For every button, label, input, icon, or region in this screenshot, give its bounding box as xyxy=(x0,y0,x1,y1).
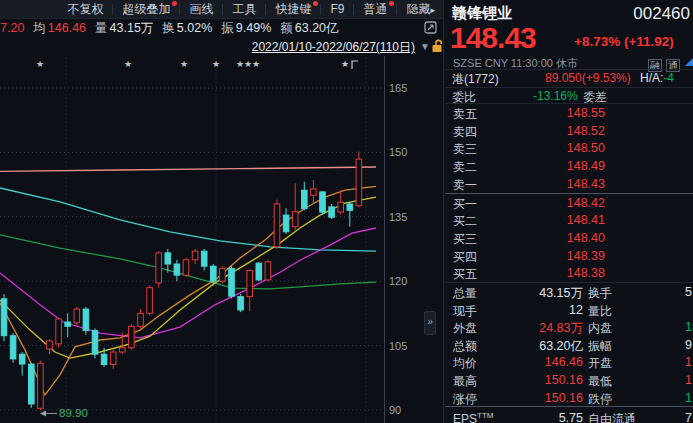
corner-flag-icon[interactable] xyxy=(685,54,693,66)
ask-row-卖三[interactable]: 卖三148.50 xyxy=(445,139,693,157)
stat-row-3: 外盘24.83万内盘18 xyxy=(445,318,693,336)
bid-row-买四[interactable]: 买四148.39 xyxy=(445,247,693,265)
candle-body xyxy=(311,189,317,195)
event-star-icon: ★ xyxy=(236,59,244,69)
stat-value-clipped: 1 xyxy=(685,373,692,387)
weibi-value: -13.16% xyxy=(533,89,578,103)
stat-row-8: EPSTTM5.75自由流通7 xyxy=(445,409,693,423)
notification-dot xyxy=(313,1,318,6)
event-star-icon: ★ xyxy=(124,59,132,69)
ask-row-卖四[interactable]: 卖四148.52 xyxy=(445,122,693,140)
price-change: +8.73% (+11.92) xyxy=(574,34,674,49)
event-star-icon: ★ xyxy=(341,59,349,69)
candle-body xyxy=(38,363,44,408)
toolbar-item-2[interactable]: 超级叠加 xyxy=(113,0,179,18)
hk-share-price: 89.050(+9.53%) xyxy=(545,71,631,85)
stat-value: 5.75 xyxy=(445,411,583,423)
info-stat-5: 振9.49% xyxy=(221,20,271,37)
event-star-icon: ★ xyxy=(244,59,252,69)
candle-body xyxy=(1,299,7,336)
hide-panel-arrow-icon: ▸ xyxy=(430,5,435,15)
low-arrow-head xyxy=(40,410,46,416)
toolbar-item-1[interactable]: 不复权 xyxy=(58,0,112,18)
stat-value: 12 xyxy=(445,303,583,317)
quote-panel: 赣锋锂业 002460 148.43 +8.73% (+11.92) SZSE … xyxy=(445,0,693,423)
stat-value: 24.83万 xyxy=(445,320,583,337)
info-stat-1: 7.20 xyxy=(0,21,24,35)
kline-chart[interactable]: 16515013512010590★★★★★★★★89.90 xyxy=(0,56,444,423)
kline-info-bar: 7.20均146.46量43.15万换5.02%振9.49%额63.20亿 xyxy=(0,19,444,37)
candle-body xyxy=(329,207,335,217)
stat-row-5: 均价146.46开盘1 xyxy=(445,353,693,371)
bid-row-买一[interactable]: 买一148.42 xyxy=(445,194,693,212)
order-book: 卖五148.55卖四148.52卖三148.50卖二148.49卖一148.43… xyxy=(445,104,693,282)
date-range-bar: 2022/01/10-2022/06/27(110日) ▼ xyxy=(0,38,444,55)
hk-share-label[interactable]: 港(1772) xyxy=(452,71,499,88)
info-stat-4: 换5.02% xyxy=(162,20,212,37)
stock-code: 002460 xyxy=(633,4,690,24)
candle-body xyxy=(92,331,98,355)
candle-body xyxy=(347,204,353,210)
ma-long-pink-line xyxy=(0,167,376,171)
toolbar-item-4[interactable]: 工具 xyxy=(223,0,265,18)
stat-value: 63.20亿 xyxy=(445,338,583,355)
toolbar-item-3[interactable]: 画线 xyxy=(180,0,222,18)
stat-label: 内盘 xyxy=(588,320,612,337)
popout-window-icon[interactable] xyxy=(424,21,437,34)
y-axis-tick-label: 150 xyxy=(389,146,407,158)
candle-body xyxy=(165,253,171,264)
ask-row-卖二[interactable]: 卖二148.49 xyxy=(445,157,693,175)
stat-label: 自由流通 xyxy=(588,411,636,423)
toolbar-item-7[interactable]: 普通 xyxy=(354,0,396,18)
quote-price: 148.50 xyxy=(445,141,605,155)
quote-price: 148.52 xyxy=(445,124,605,138)
quote-price: 148.39 xyxy=(445,249,605,263)
candle-body xyxy=(29,364,35,404)
stat-row-1: 总量43.15万换手5 xyxy=(445,283,693,301)
candle-body xyxy=(292,212,298,227)
stat-value-clipped: 1 xyxy=(685,391,692,405)
stat-label: 开盘 xyxy=(588,355,612,372)
candle-body xyxy=(283,215,289,232)
quote-price: 148.49 xyxy=(445,159,605,173)
quote-price: 148.38 xyxy=(445,266,605,280)
info-stat-3: 量43.15万 xyxy=(95,20,153,37)
candle-body xyxy=(320,192,326,212)
bid-row-买三[interactable]: 买三148.40 xyxy=(445,229,693,247)
event-star-icon: ★ xyxy=(180,59,188,69)
chevron-down-icon[interactable]: ▼ xyxy=(420,41,430,52)
y-axis-tick-label: 90 xyxy=(389,404,401,416)
stat-value-clipped: 18 xyxy=(685,320,693,334)
ask-row-卖一[interactable]: 卖一148.43 xyxy=(445,175,693,193)
stat-value-clipped: 1 xyxy=(685,355,692,369)
candle-body xyxy=(138,313,144,326)
stat-row-6: 最高150.16最低1 xyxy=(445,371,693,389)
quote-price: 148.42 xyxy=(445,196,605,210)
stat-label: 最低 xyxy=(588,373,612,390)
candle-body xyxy=(174,264,180,275)
candle-body xyxy=(56,319,62,344)
toolbar-item-5[interactable]: 快捷键 xyxy=(266,0,320,18)
corner-mark-icon xyxy=(352,61,358,69)
ask-row-卖五[interactable]: 卖五148.55 xyxy=(445,104,693,122)
quote-price: 148.43 xyxy=(445,177,605,191)
panel-divider[interactable] xyxy=(443,0,444,423)
bid-row-买二[interactable]: 买二148.41 xyxy=(445,211,693,229)
notification-dot xyxy=(389,1,394,6)
stat-value: 146.46 xyxy=(445,355,583,369)
info-stat-2: 均146.46 xyxy=(33,20,86,37)
notification-dot xyxy=(172,1,177,6)
candle-body xyxy=(265,262,271,280)
event-star-icon: ★ xyxy=(212,59,220,69)
stat-value-clipped: 9 xyxy=(685,338,692,352)
y-axis-tick-label: 165 xyxy=(389,82,407,94)
stat-value: 43.15万 xyxy=(445,285,583,302)
toolbar-item-8[interactable]: 隐藏▸ xyxy=(397,0,444,19)
toolbar-item-6[interactable]: F9 xyxy=(321,0,353,18)
date-range-selector[interactable]: 2022/01/10-2022/06/27(110日) xyxy=(252,39,415,56)
stock-app-window: 不复权超级叠加画线工具快捷键F9普通隐藏▸ 7.20均146.46量43.15万… xyxy=(0,0,693,423)
quote-price: 148.55 xyxy=(445,106,605,120)
bid-row-买五[interactable]: 买五148.38 xyxy=(445,264,693,282)
quote-price: 148.41 xyxy=(445,213,605,227)
panel-collapse-handle[interactable] xyxy=(424,311,436,335)
